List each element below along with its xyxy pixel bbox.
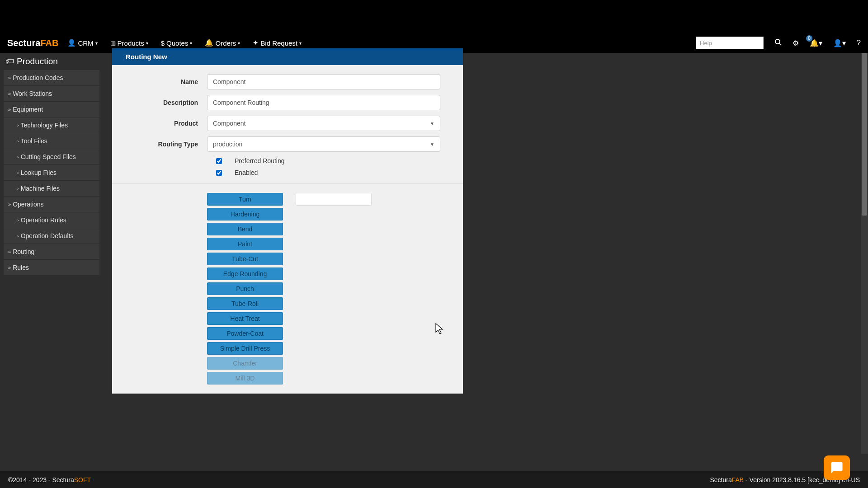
checkbox-preferred-label: Preferred Routing bbox=[235, 157, 285, 164]
caret-down-icon: ▾ bbox=[146, 41, 148, 46]
checkbox-enabled-label: Enabled bbox=[235, 169, 258, 176]
scroll-thumb[interactable] bbox=[862, 53, 867, 216]
double-chevron-icon: » bbox=[8, 249, 11, 254]
sidebar-item-label: Technology Files bbox=[21, 122, 68, 129]
chevron-right-icon: › bbox=[17, 217, 19, 223]
notifications-bell[interactable]: 0 🔔▾ bbox=[810, 39, 822, 47]
caret-down-icon: ▾ bbox=[299, 41, 302, 46]
help-icon[interactable]: ? bbox=[857, 39, 861, 47]
caret-down-icon: ▾ bbox=[190, 41, 192, 46]
operation-button[interactable]: Edge Rounding bbox=[207, 267, 283, 280]
brand-text-a: Sectura bbox=[7, 38, 40, 48]
checkbox-preferred[interactable] bbox=[216, 158, 222, 164]
operation-button[interactable]: Tube-Roll bbox=[207, 297, 283, 310]
operation-button[interactable]: Tube-Cut bbox=[207, 253, 283, 265]
checkbox-row-preferred: Preferred Routing bbox=[121, 157, 440, 164]
routing-panel: Routing New Name Description Product Com… bbox=[112, 48, 463, 394]
caret-down-icon: ▾ bbox=[819, 39, 822, 47]
operation-button[interactable]: Simple Drill Press bbox=[207, 342, 283, 355]
available-operations: TurnHardeningBendPaintTube-CutEdge Round… bbox=[207, 193, 283, 385]
sidebar-item-label: Tool Files bbox=[21, 137, 47, 145]
nav-quotes[interactable]: $ Quotes ▾ bbox=[161, 39, 193, 47]
sidebar-item[interactable]: ›Tool Files bbox=[4, 133, 99, 149]
help-search-input[interactable] bbox=[696, 37, 764, 49]
sidebar-item-label: Equipment bbox=[13, 106, 43, 113]
sidebar-item[interactable]: »Operations bbox=[4, 197, 99, 212]
operation-button[interactable]: Powder-Coat bbox=[207, 327, 283, 340]
nav-crm-label: CRM bbox=[78, 39, 93, 47]
sidebar-item[interactable]: »Rules bbox=[4, 260, 99, 275]
operation-button[interactable]: Punch bbox=[207, 282, 283, 295]
sidebar-item-label: Operation Defaults bbox=[21, 232, 74, 239]
user-menu[interactable]: 👤▾ bbox=[833, 39, 846, 47]
sidebar-item-label: Work Stations bbox=[13, 90, 52, 97]
bell-icon: 🔔 bbox=[205, 39, 213, 47]
magic-icon: ✦ bbox=[253, 39, 259, 47]
double-chevron-icon: » bbox=[8, 202, 11, 207]
double-chevron-icon: » bbox=[8, 91, 11, 96]
vertical-scrollbar[interactable]: ▴ bbox=[861, 53, 868, 454]
sidebar: 🏷 Production »Production Codes»Work Stat… bbox=[0, 53, 103, 471]
nav-orders-label: Orders bbox=[215, 39, 236, 47]
double-chevron-icon: » bbox=[8, 265, 11, 270]
operation-button[interactable]: Turn bbox=[207, 193, 283, 206]
sidebar-item[interactable]: ›Cutting Speed Files bbox=[4, 149, 99, 164]
nav-products[interactable]: ▥ Products ▾ bbox=[110, 39, 148, 47]
sidebar-item[interactable]: ›Lookup Files bbox=[4, 165, 99, 180]
brand-text-b: FAB bbox=[40, 38, 58, 48]
operation-button[interactable]: Paint bbox=[207, 238, 283, 250]
gear-icon[interactable]: ⚙ bbox=[793, 39, 799, 47]
user-icon: 👤 bbox=[67, 39, 76, 47]
operation-button[interactable]: Hardening bbox=[207, 208, 283, 221]
dollar-icon: $ bbox=[161, 39, 165, 47]
sidebar-header-label: Production bbox=[17, 56, 58, 66]
sidebar-item-label: Operation Rules bbox=[21, 216, 66, 224]
sidebar-item[interactable]: ›Machine Files bbox=[4, 181, 99, 196]
nav-right: ⚙ 0 🔔▾ 👤▾ ? bbox=[696, 37, 861, 49]
chevron-right-icon: › bbox=[17, 122, 19, 128]
footer-brand-a: Sectura bbox=[52, 476, 74, 483]
sidebar-item[interactable]: »Equipment bbox=[4, 102, 99, 117]
sidebar-item[interactable]: »Routing bbox=[4, 244, 99, 259]
form-row-description: Description bbox=[121, 95, 440, 110]
chevron-right-icon: › bbox=[17, 138, 19, 144]
form-row-routing-type: Routing Type production ▼ bbox=[121, 136, 440, 152]
chevron-right-icon: › bbox=[17, 233, 19, 239]
label-product: Product bbox=[121, 120, 207, 127]
operation-button[interactable]: Chamfer bbox=[207, 357, 283, 370]
select-product-value: Component bbox=[213, 120, 245, 127]
svg-line-1 bbox=[779, 43, 781, 45]
nav-bid-request[interactable]: ✦ Bid Request ▾ bbox=[253, 39, 302, 47]
caret-down-icon: ▾ bbox=[238, 41, 240, 46]
chevron-right-icon: › bbox=[17, 154, 19, 160]
select-routing-type[interactable]: production ▼ bbox=[207, 136, 440, 152]
nav-bid-label: Bid Request bbox=[260, 39, 297, 47]
footer-left: ©2014 - 2023 - SecturaSOFT bbox=[8, 476, 91, 483]
select-routing-type-value: production bbox=[213, 141, 242, 148]
chat-widget-button[interactable] bbox=[824, 455, 850, 480]
sidebar-item[interactable]: ›Technology Files bbox=[4, 117, 99, 133]
sidebar-item-label: Operations bbox=[13, 201, 43, 208]
sidebar-item[interactable]: »Production Codes bbox=[4, 70, 99, 85]
select-product[interactable]: Component ▼ bbox=[207, 116, 440, 131]
operation-button[interactable]: Heat Treat bbox=[207, 312, 283, 325]
label-name: Name bbox=[121, 78, 207, 85]
search-icon[interactable] bbox=[774, 38, 782, 47]
sidebar-item[interactable]: ›Operation Rules bbox=[4, 212, 99, 228]
sidebar-item[interactable]: »Work Stations bbox=[4, 86, 99, 101]
operation-button[interactable]: Bend bbox=[207, 223, 283, 235]
sidebar-item[interactable]: ›Operation Defaults bbox=[4, 228, 99, 244]
divider bbox=[112, 183, 463, 184]
nav-orders[interactable]: 🔔 Orders ▾ bbox=[205, 39, 240, 47]
checkbox-row-enabled: Enabled bbox=[121, 169, 440, 176]
content-area: 🏷 Production »Production Codes»Work Stat… bbox=[0, 53, 868, 471]
nav-crm[interactable]: 👤 CRM ▾ bbox=[67, 39, 97, 47]
brand-logo[interactable]: SecturaFAB bbox=[7, 38, 58, 48]
label-routing-type: Routing Type bbox=[121, 141, 207, 148]
checkbox-enabled[interactable] bbox=[216, 170, 222, 176]
form-row-product: Product Component ▼ bbox=[121, 116, 440, 131]
input-description[interactable] bbox=[207, 95, 440, 110]
drop-zone[interactable] bbox=[296, 193, 372, 206]
operation-button[interactable]: Mill 3D bbox=[207, 372, 283, 385]
input-name[interactable] bbox=[207, 74, 440, 89]
